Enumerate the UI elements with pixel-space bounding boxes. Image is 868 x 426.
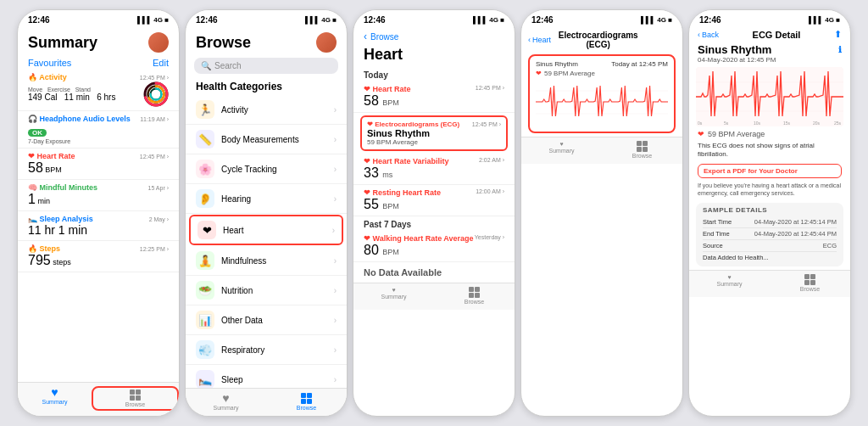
mindfulness-name: Mindfulness: [221, 256, 327, 266]
walking-hr-item[interactable]: ❤ Walking Heart Rate Average Yesterday ›…: [353, 231, 515, 262]
tab-browse-5[interactable]: Browse: [770, 274, 850, 292]
heart-name: Heart: [223, 226, 326, 235]
tab-browse-3[interactable]: Browse: [434, 287, 515, 305]
mindful-item[interactable]: 🧠 Mindful Minutes 15 Apr › 1 min: [18, 180, 179, 211]
avatar[interactable]: [148, 32, 169, 53]
tab-browse-1[interactable]: Browse: [92, 386, 179, 411]
respiratory-icon: 💨: [196, 340, 214, 359]
ecg-value: Sinus Rhythm: [367, 128, 501, 138]
screenshots-container: 12:46 ▌▌▌ 4G ■ Summary Favourites Edit 🔥…: [0, 0, 868, 426]
sinus-card[interactable]: Sinus Rhythm Today at 12:45 PM ❤ 59 BPM …: [528, 54, 676, 133]
ecg-detail-content: ‹ Back ECG Detail ⬆ Sinus Rhythm ℹ 04-Ma…: [689, 27, 850, 416]
browse-content: Browse 🔍 Search Health Categories 🏃 Acti…: [186, 27, 347, 416]
search-bar[interactable]: 🔍 Search: [194, 58, 338, 74]
browse-title: Browse: [196, 34, 251, 52]
summary-title: Summary: [28, 34, 97, 52]
sleep-item[interactable]: 🛌 Sleep Analysis 2 May › 11 hr 1 min: [18, 211, 179, 241]
sleep-icon: 🛌: [196, 370, 214, 388]
ecg-back-arrow: ‹: [528, 36, 531, 44]
hrv-item[interactable]: ❤ Heart Rate Variability 2:02 AM › 33 ms: [353, 154, 515, 185]
steps-item[interactable]: 🔥 Steps 12:25 PM › 795 steps: [18, 241, 179, 272]
category-hearing[interactable]: 👂 Hearing ›: [186, 184, 347, 214]
walking-hr-time: Yesterday ›: [475, 234, 504, 243]
detail-ecg-waveform: 0s 5s 10s 15s 20s 25s: [696, 67, 843, 126]
mindful-value: 1 min: [28, 192, 169, 207]
detail-back-btn[interactable]: ‹ Back: [698, 31, 719, 39]
end-val: 04-May-2020 at 12:45:44 PM: [754, 230, 837, 238]
export-btn[interactable]: Export a PDF for Your Doctor: [698, 164, 842, 178]
category-heart[interactable]: ❤ Heart ›: [189, 215, 343, 245]
cycle-name: Cycle Tracking: [221, 165, 327, 174]
browse-back-arrow: ‹: [364, 31, 367, 42]
headphone-item[interactable]: 🎧 Headphone Audio Levels 11:19 AM › OK 7…: [18, 111, 179, 149]
ecg-highlight[interactable]: ❤ Electrocardiograms (ECG) 12:45 PM › Si…: [360, 115, 508, 151]
start-val: 04-May-2020 at 12:45:14 PM: [754, 218, 837, 226]
resting-hr-item[interactable]: ❤ Resting Heart Rate 12:00 AM › 55 BPM: [353, 185, 515, 216]
ecg-label: ❤ Electrocardiograms (ECG): [367, 121, 459, 128]
hearing-chevron: ›: [334, 194, 337, 204]
summary-header: Summary: [18, 27, 179, 56]
ecg-detail-screen: 12:46 ▌▌▌ 4G ■ ‹ Back ECG Detail ⬆ Sinus…: [688, 9, 851, 417]
category-sleep[interactable]: 🛌 Sleep ›: [186, 365, 347, 388]
heart-title: Heart: [353, 44, 515, 67]
activity-item[interactable]: 🔥 Activity 12:45 PM › Move Exercise Stan…: [18, 70, 179, 111]
search-placeholder: Search: [214, 61, 242, 70]
sample-details-title: SAMPLE DETAILS: [703, 206, 837, 214]
ecg-list-header: ‹ Heart Electrocardiograms (ECG): [521, 27, 682, 51]
tab-browse-2[interactable]: Browse: [266, 392, 347, 411]
browse-back-label[interactable]: Browse: [370, 32, 398, 42]
tab-browse-4[interactable]: Browse: [602, 141, 682, 159]
tab-summary-1[interactable]: ♥ Summary: [18, 386, 92, 411]
sleep-name: Sleep: [221, 375, 327, 384]
resting-hr-value: 55 BPM: [364, 197, 504, 212]
category-nutrition[interactable]: 🥗 Nutrition ›: [186, 276, 347, 305]
hr-label: ❤ Heart Rate: [364, 85, 411, 93]
walking-hr-value: 80 BPM: [364, 243, 504, 258]
ecg-back-label: Heart: [532, 36, 551, 44]
tab-summary-4[interactable]: ♥ Summary: [521, 141, 602, 159]
tab-summary-5[interactable]: ♥ Summary: [689, 274, 770, 292]
category-respiratory[interactable]: 💨 Respiratory ›: [186, 335, 347, 365]
status-bar-2: 12:46 ▌▌▌ 4G ■: [186, 10, 347, 27]
status-bar-3: 12:46 ▌▌▌ 4G ■: [353, 10, 515, 27]
heart-rate-detail[interactable]: ❤ Heart Rate 12:45 PM › 58 BPM: [353, 81, 515, 113]
tab-summary-3[interactable]: ♥ Summary: [353, 287, 434, 305]
sinus-heart-icon: ❤: [536, 70, 542, 77]
svg-text:10s: 10s: [754, 121, 761, 126]
sleep-time: 2 May ›: [149, 216, 169, 222]
tab-bar-2: ♥ Summary Browse: [186, 388, 347, 416]
category-mindfulness[interactable]: 🧘 Mindfulness ›: [186, 246, 347, 276]
body-icon: 📏: [196, 130, 214, 149]
tab-browse-label-4: Browse: [632, 153, 652, 159]
browse-avatar[interactable]: [316, 32, 337, 53]
category-cycle[interactable]: 🌸 Cycle Tracking ›: [186, 154, 347, 184]
detail-back-label: Back: [702, 31, 719, 39]
category-body[interactable]: 📏 Body Measurements ›: [186, 125, 347, 154]
tab-browse-label-3: Browse: [465, 299, 484, 305]
category-activity[interactable]: 🏃 Activity ›: [186, 95, 347, 125]
mindful-label: 🧠 Mindful Minutes: [28, 183, 97, 192]
respiratory-name: Respiratory: [221, 345, 327, 355]
svg-text:20s: 20s: [813, 121, 821, 126]
sample-details: SAMPLE DETAILS Start Time 04-May-2020 at…: [696, 203, 843, 266]
grid-tab-icon-3: [469, 287, 480, 298]
hearing-name: Hearing: [221, 194, 327, 204]
nutrition-name: Nutrition: [221, 286, 327, 295]
heart-rate-item[interactable]: ❤ Heart Rate 12:45 PM › 58 BPM: [18, 149, 179, 180]
signal-icons-3: ▌▌▌ 4G ■: [473, 16, 504, 24]
edit-btn[interactable]: Edit: [153, 58, 169, 68]
activity-value: 149 Cal 11 min 6 hrs: [28, 92, 115, 102]
svg-text:15s: 15s: [783, 121, 791, 126]
info-icon[interactable]: ℹ: [838, 45, 842, 54]
cycle-chevron: ›: [334, 165, 337, 174]
share-btn[interactable]: ⬆: [834, 29, 842, 40]
time-1: 12:46: [28, 15, 50, 25]
ecg-chart: [536, 79, 668, 126]
body-chevron: ›: [334, 135, 337, 144]
tab-summary-2[interactable]: ♥ Summary: [186, 392, 266, 411]
ecg-back-btn[interactable]: ‹ Heart: [528, 36, 551, 44]
category-other[interactable]: 📊 Other Data ›: [186, 305, 347, 335]
heart-nav: ‹ Browse: [353, 27, 515, 44]
resting-hr-label: ❤ Resting Heart Rate: [364, 188, 441, 197]
activity-chevron: ›: [334, 105, 337, 115]
